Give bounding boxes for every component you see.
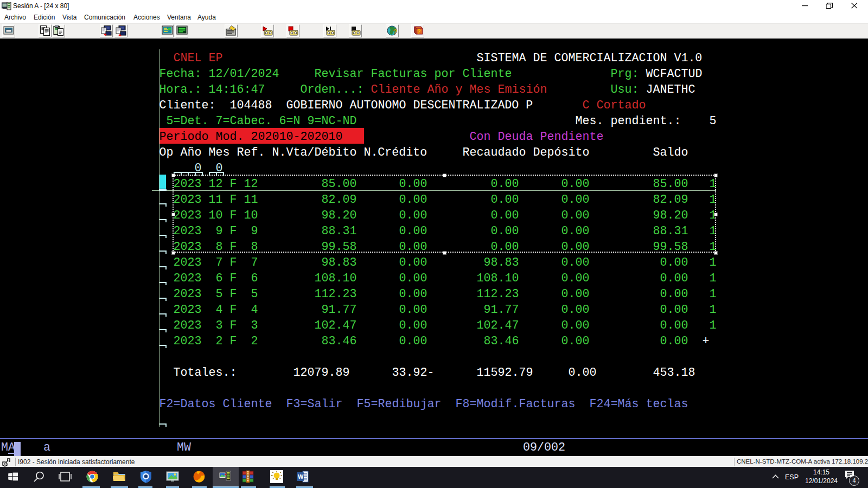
svg-text:W: W bbox=[298, 473, 304, 480]
